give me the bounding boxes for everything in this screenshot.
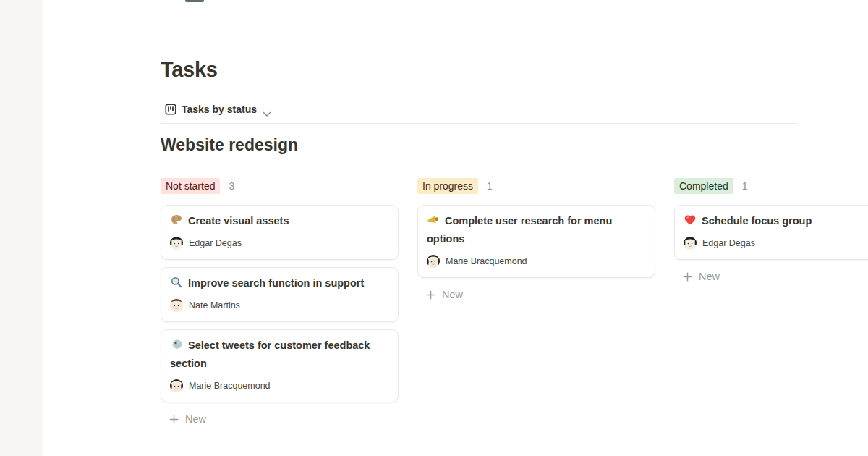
column-header: In progress1 — [417, 178, 655, 194]
card-title-row: Complete user research for menu options — [427, 212, 646, 248]
task-card[interactable]: Select tweets for customer feedback sect… — [161, 329, 399, 402]
card-title-text: Improve search function in support — [188, 277, 364, 289]
notion-page: Tasks Tasks by status Website redesign N… — [0, 0, 868, 456]
task-card[interactable]: Improve search function in supportNate M… — [161, 267, 399, 322]
new-task-label: New — [185, 413, 206, 425]
assignee-row: Marie Bracquemond — [427, 253, 646, 269]
new-task-label: New — [699, 271, 720, 282]
section-title: Website redesign — [161, 135, 298, 155]
card-title-text: Complete user research for menu options — [427, 215, 612, 245]
new-task-label: New — [442, 289, 463, 300]
card-title-text: Schedule focus group — [702, 215, 812, 227]
marie-bracquemond-avatar — [170, 379, 183, 392]
page-title: Tasks — [161, 58, 218, 82]
assignee-name: Marie Bracquemond — [446, 256, 527, 266]
assignee-name: Nate Martins — [189, 300, 240, 311]
board-column-completed: Completed1Schedule focus groupEdgar Dega… — [674, 178, 868, 428]
plus-icon — [169, 414, 179, 425]
heart-icon — [684, 214, 697, 227]
divider — [161, 123, 798, 124]
megaphone-icon — [427, 214, 440, 227]
task-card[interactable]: Schedule focus groupEdgar Degas — [674, 205, 868, 260]
card-title-row: Improve search function in support — [170, 274, 389, 292]
assignee-row: Nate Martins — [170, 297, 389, 313]
card-list: Complete user research for menu optionsM… — [417, 205, 655, 278]
search-icon — [170, 276, 183, 289]
assignee-row: Edgar Degas — [170, 235, 389, 251]
card-list: Create visual assetsEdgar DegasImprove s… — [161, 205, 399, 402]
task-card[interactable]: Create visual assetsEdgar Degas — [161, 205, 399, 260]
status-badge[interactable]: Not started — [161, 178, 220, 194]
task-card[interactable]: Complete user research for menu optionsM… — [417, 205, 655, 278]
board: Not started3Create visual assetsEdgar De… — [161, 178, 868, 428]
column-count: 1 — [742, 180, 748, 192]
nate-martins-avatar — [170, 299, 183, 312]
board-view-icon — [165, 104, 176, 115]
card-title-row: Schedule focus group — [684, 212, 868, 230]
edgar-degas-avatar — [684, 237, 697, 250]
marie-bracquemond-avatar — [427, 255, 440, 268]
plus-icon — [682, 271, 693, 282]
speech-bubble-icon — [170, 338, 183, 351]
status-badge[interactable]: Completed — [674, 178, 733, 194]
board-column-not-started: Not started3Create visual assetsEdgar De… — [161, 178, 399, 428]
card-title-row: Select tweets for customer feedback sect… — [170, 337, 389, 373]
assignee-name: Edgar Degas — [189, 238, 242, 248]
column-count: 1 — [487, 180, 493, 192]
assignee-row: Edgar Degas — [684, 235, 868, 251]
card-list: Schedule focus groupEdgar Degas — [674, 205, 868, 260]
palette-icon — [170, 214, 183, 227]
status-badge[interactable]: In progress — [417, 178, 478, 194]
view-tab-label: Tasks by status — [182, 104, 257, 115]
assignee-name: Edgar Degas — [702, 238, 755, 248]
card-title-text: Create visual assets — [188, 215, 289, 227]
page-icon-partial — [185, 0, 204, 2]
chevron-down-icon — [263, 107, 271, 113]
assignee-row: Marie Bracquemond — [170, 378, 389, 394]
assignee-name: Marie Bracquemond — [189, 381, 271, 391]
edgar-degas-avatar — [170, 237, 183, 250]
new-task-button[interactable]: New — [674, 268, 868, 285]
view-tab-tasks-by-status[interactable]: Tasks by status — [165, 101, 271, 117]
board-column-in-progress: In progress1Complete user research for m… — [417, 178, 655, 428]
card-title-text: Select tweets for customer feedback sect… — [170, 339, 370, 369]
column-header: Completed1 — [674, 178, 868, 194]
column-count: 3 — [229, 180, 234, 192]
plus-icon — [425, 290, 436, 300]
new-task-button[interactable]: New — [417, 286, 655, 303]
column-header: Not started3 — [161, 178, 399, 194]
card-title-row: Create visual assets — [170, 212, 389, 230]
new-task-button[interactable]: New — [161, 410, 399, 428]
left-sidebar[interactable] — [0, 0, 43, 456]
